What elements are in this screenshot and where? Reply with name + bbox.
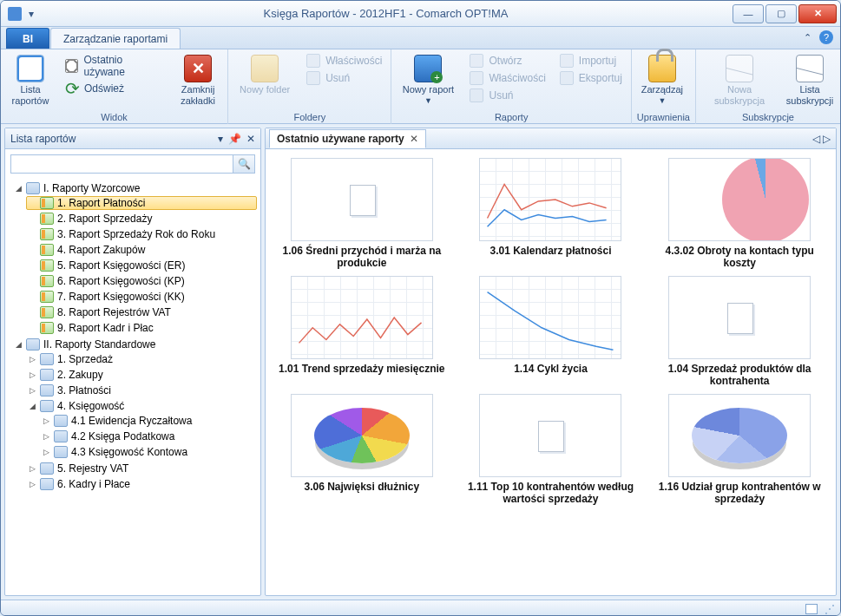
tree-label: 4.2 Księga Podatkowa <box>71 430 174 442</box>
expand-icon[interactable]: ▷ <box>28 464 36 473</box>
quick-access-toolbar: ▾ <box>29 8 41 20</box>
folder-icon <box>54 415 68 427</box>
thumbnail-icon <box>668 394 811 477</box>
folder-icon <box>54 430 68 442</box>
side-panel: Lista raportów ▾ 📌 ✕ 🔍 ◢ I. R <box>4 128 261 596</box>
group-folders-label: Foldery <box>233 111 385 124</box>
panel-pin-icon[interactable]: 📌 <box>228 133 241 145</box>
tree-item[interactable]: 3. Raport Sprzedaży Rok do Roku <box>26 227 257 241</box>
tree-item[interactable]: ▷4.2 Księga Podatkowa <box>40 429 257 443</box>
tree-item[interactable]: ▷5. Rejestry VAT <box>26 462 257 475</box>
tree-item[interactable]: 4. Raport Zakupów <box>26 243 257 257</box>
collapse-icon[interactable]: ◢ <box>14 184 23 193</box>
collapse-ribbon-icon[interactable]: ⌃ <box>800 30 814 44</box>
folder-icon <box>40 400 54 412</box>
thumbnail-icon <box>668 276 811 359</box>
document-tab-close-icon[interactable]: ✕ <box>410 133 418 145</box>
tab-manage-reports[interactable]: Zarządzanie raportami <box>50 28 181 49</box>
nowy-raport-button[interactable]: Nowy raport ▼ <box>397 53 459 107</box>
mail-new-icon <box>726 55 753 82</box>
eksportuj-label: Eksportuj <box>579 72 622 84</box>
report-card[interactable]: 4.3.02 Obroty na kontach typu koszty <box>648 158 831 269</box>
report-card[interactable]: 1.14 Cykl życia <box>460 276 642 387</box>
report-icon <box>40 259 54 272</box>
lista-subskrypcji-button[interactable]: Lista subskrypcji <box>785 53 835 107</box>
tree-item[interactable]: 5. Raport Księgowości (ER) <box>26 259 257 272</box>
expand-icon[interactable]: ▷ <box>42 432 50 441</box>
tree-item[interactable]: ▷4.1 Ewidencja Ryczałtowa <box>40 414 257 428</box>
report-tree[interactable]: ◢ I. Raporty Wzorcowe 1. Raport Płatnośc… <box>5 179 260 595</box>
tree-item[interactable]: ▷1. Sprzedaż <box>26 352 257 366</box>
tree-item-ksiegowosc[interactable]: ◢4. Księgowość <box>26 399 257 413</box>
tree-item[interactable]: ▷6. Kadry i Płace <box>26 477 257 491</box>
zamknij-zakladki-button[interactable]: ✕ Zamknij zakładki <box>174 53 222 107</box>
tree-label: 8. Raport Rejestrów VAT <box>57 306 171 318</box>
search-button[interactable]: 🔍 <box>233 154 255 174</box>
odswiez-label: Odśwież <box>84 82 124 95</box>
dropdown-icon: ▼ <box>424 95 432 107</box>
folder-usun-label: Usuń <box>325 72 350 84</box>
new-report-icon <box>414 55 442 82</box>
dropdown-icon: ▼ <box>658 95 666 107</box>
report-card[interactable]: 1.01 Trend sprzedaży miesięcznie <box>271 276 453 387</box>
group-view-label: Widok <box>6 111 222 124</box>
panel-close-icon[interactable]: ✕ <box>246 133 255 145</box>
zarzadzaj-button[interactable]: Zarządzaj ▼ <box>637 53 687 107</box>
odswiez-button[interactable]: ⟳ Odśwież <box>62 81 167 96</box>
expand-icon[interactable]: ▷ <box>28 370 36 379</box>
tab-next-icon[interactable]: ▷ <box>823 133 831 145</box>
lista-raportow-button[interactable]: Lista raportów <box>6 53 55 107</box>
tree-item[interactable]: 1. Raport Płatności <box>26 196 257 210</box>
ostatnio-uzywane-button[interactable]: Ostatnio używane <box>62 53 167 79</box>
thumbnail-icon <box>479 276 621 359</box>
collapse-icon[interactable]: ◢ <box>14 340 23 349</box>
close-button[interactable]: ✕ <box>798 4 837 23</box>
document-tab[interactable]: Ostatnio używane raporty ✕ <box>269 129 426 148</box>
folder-icon <box>54 446 68 458</box>
panel-menu-icon[interactable]: ▾ <box>218 133 223 145</box>
tree-item[interactable]: 8. Raport Rejestrów VAT <box>26 305 257 319</box>
help-icon[interactable]: ? <box>819 30 833 44</box>
collapse-icon[interactable]: ◢ <box>28 402 36 410</box>
expand-icon[interactable]: ▷ <box>28 386 36 395</box>
tree-item[interactable]: ▷2. Zakupy <box>26 368 257 382</box>
tree-item[interactable]: 9. Raport Kadr i Płac <box>26 321 257 335</box>
folder-icon <box>40 478 54 490</box>
folder-wlasciwosci-button: Właściwości <box>303 53 385 69</box>
folder-icon <box>26 182 40 194</box>
expand-icon[interactable]: ▷ <box>42 448 50 456</box>
tree-folder-standardowe[interactable]: ◢ II. Raporty Standardowe <box>12 337 257 351</box>
expand-icon[interactable]: ▷ <box>28 480 36 488</box>
folder-icon <box>40 369 54 381</box>
tree-item[interactable]: ▷4.3 Księgowość Kontowa <box>40 445 257 459</box>
expand-icon[interactable]: ▷ <box>28 355 36 364</box>
report-gallery: 1.06 Średni przychód i marża na produkci… <box>266 149 836 595</box>
tree-item[interactable]: ▷3. Płatności <box>26 383 257 397</box>
statusbar-icon[interactable] <box>805 604 818 614</box>
report-card[interactable]: 1.06 Średni przychód i marża na produkci… <box>271 158 453 269</box>
folder-icon <box>40 462 54 475</box>
report-card[interactable]: 1.16 Udział grup kontrahentów w sprzedaż… <box>648 394 831 505</box>
tree-item[interactable]: 7. Raport Księgowości (KK) <box>26 290 257 304</box>
maximize-button[interactable]: ▢ <box>765 4 797 23</box>
raport-wlasciwosci-button: Właściwości <box>466 70 549 86</box>
tree-label: 2. Zakupy <box>57 369 103 381</box>
document-tab-bar: Ostatnio używane raporty ✕ ◁ ▷ <box>266 128 836 149</box>
properties-icon <box>470 71 483 85</box>
search-input[interactable] <box>10 154 233 174</box>
report-card-label: 1.11 Top 10 kontrahentów według wartości… <box>460 481 642 505</box>
tree-folder-wzorcowe[interactable]: ◢ I. Raporty Wzorcowe <box>12 181 257 195</box>
report-card[interactable]: 1.04 Sprzedaż produktów dla kontrahenta <box>648 276 831 387</box>
qat-dropdown-icon[interactable]: ▾ <box>29 8 41 20</box>
minimize-button[interactable]: — <box>733 4 764 23</box>
tab-prev-icon[interactable]: ◁ <box>812 133 820 145</box>
tree-item[interactable]: 2. Raport Sprzedaży <box>26 212 257 226</box>
resize-grip-icon[interactable]: ⋰ <box>825 603 835 615</box>
expand-icon[interactable]: ▷ <box>42 416 50 425</box>
tree-item[interactable]: 6. Raport Księgowości (KP) <box>26 274 257 288</box>
side-panel-header: Lista raportów ▾ 📌 ✕ <box>5 128 260 149</box>
report-card[interactable]: 3.01 Kalendarz płatności <box>460 158 642 269</box>
report-card[interactable]: 1.11 Top 10 kontrahentów według wartości… <box>460 394 642 505</box>
report-card[interactable]: 3.06 Najwięksi dłużnicy <box>271 394 453 505</box>
tab-bi[interactable]: BI <box>6 28 49 49</box>
